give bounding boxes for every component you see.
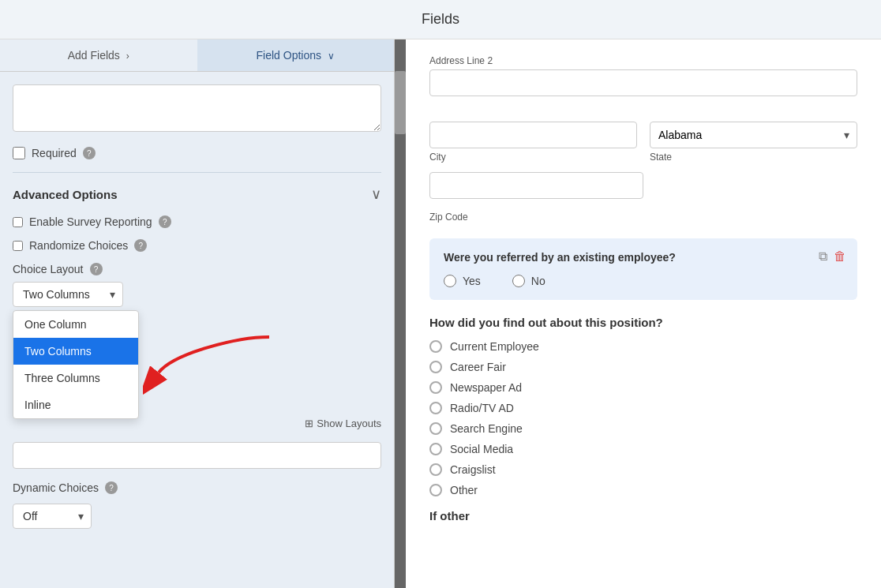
choice-layout-row: Choice Layout ? <box>13 263 381 275</box>
copy-icon[interactable]: ⧉ <box>819 249 827 264</box>
city-group: City <box>429 122 637 163</box>
address-line2-section: Address Line 2 <box>429 55 857 106</box>
enable-survey-help-icon[interactable]: ? <box>159 215 171 228</box>
required-checkbox[interactable] <box>13 147 25 159</box>
no-option[interactable]: No <box>512 275 545 287</box>
option-label-career-fair: Career Fair <box>450 361 506 373</box>
dynamic-choices-row: Dynamic Choices ? <box>13 481 381 494</box>
zip-group: Zip Code <box>429 172 643 223</box>
show-layouts-button[interactable]: ⊞ Show Layouts <box>305 418 381 429</box>
choice-layout-dropdown-menu: One Column Two Columns Three Columns Inl… <box>13 310 139 419</box>
option-label-newspaper-ad: Newspaper Ad <box>450 381 522 394</box>
choice-layout-dropdown[interactable]: Two Columns ▾ <box>13 282 123 307</box>
required-label: Required <box>32 147 77 159</box>
option-label-search-engine: Search Engine <box>450 422 523 435</box>
dynamic-choices-label: Dynamic Choices <box>13 481 99 494</box>
option-radio-career-fair[interactable] <box>429 361 442 373</box>
right-panel: Address Line 2 City Alabama Alaska Arizo… <box>406 39 881 588</box>
section-divider <box>13 172 381 173</box>
yes-no-radio-row: Yes No <box>444 275 843 287</box>
dynamic-choices-chevron-icon: ▾ <box>78 510 84 522</box>
city-label: City <box>429 152 637 163</box>
no-radio[interactable] <box>512 275 525 287</box>
advanced-options-chevron[interactable]: ∨ <box>371 185 381 203</box>
yes-option[interactable]: Yes <box>444 275 481 287</box>
state-select-wrapper: Alabama Alaska Arizona ▾ <box>650 122 857 148</box>
choices-text-input[interactable] <box>13 442 381 469</box>
option-radio-current-employee[interactable] <box>429 340 442 353</box>
enable-survey-row: Enable Survey Reporting ? <box>13 215 381 228</box>
state-group: Alabama Alaska Arizona ▾ State <box>650 122 857 163</box>
choice-layout-dropdown-container: Two Columns ▾ One Column Two Columns Thr… <box>13 282 381 307</box>
referred-question-text: Were you referred by an existing employe… <box>444 251 843 264</box>
list-item: Search Engine <box>429 422 857 435</box>
option-radio-search-engine[interactable] <box>429 422 442 435</box>
dropdown-option-inline[interactable]: Inline <box>13 391 138 418</box>
option-label-other: Other <box>450 484 478 496</box>
left-panel-content: Required ? Advanced Options ∨ Enable Sur… <box>0 72 394 588</box>
randomize-checkbox[interactable] <box>13 241 23 251</box>
list-item: Craigslist <box>429 463 857 476</box>
list-item: Newspaper Ad <box>429 381 857 394</box>
yes-label: Yes <box>463 275 481 287</box>
address-line2-label: Address Line 2 <box>429 55 857 66</box>
list-item: Career Fair <box>429 361 857 373</box>
tabs-row: Add Fields › Field Options ∨ <box>0 39 394 72</box>
scroll-thumb[interactable] <box>395 71 406 134</box>
option-label-craigslist: Craigslist <box>450 463 496 476</box>
option-radio-craigslist[interactable] <box>429 463 442 476</box>
dropdown-option-one-column[interactable]: One Column <box>13 311 138 338</box>
list-item: Radio/TV AD <box>429 402 857 414</box>
dropdown-chevron-icon: ▾ <box>110 288 115 301</box>
choice-layout-dropdown-wrapper: Two Columns ▾ <box>13 282 123 307</box>
delete-icon[interactable]: 🗑 <box>834 249 846 264</box>
show-layouts-icon: ⊞ <box>305 418 313 429</box>
show-layouts-row: ⊞ Show Layouts <box>13 418 381 429</box>
option-label-social-media: Social Media <box>450 443 513 455</box>
tab-field-options[interactable]: Field Options ∨ <box>197 39 395 71</box>
dynamic-choices-value: Off <box>23 510 37 522</box>
referred-section: Were you referred by an existing employe… <box>429 238 857 300</box>
state-select[interactable]: Alabama Alaska Arizona <box>650 122 857 148</box>
list-item: Current Employee <box>429 340 857 353</box>
dropdown-option-two-columns[interactable]: Two Columns <box>13 338 138 365</box>
zip-input[interactable] <box>429 172 643 199</box>
dropdown-option-three-columns[interactable]: Three Columns <box>13 365 138 391</box>
find-position-section: How did you find out about this position… <box>429 316 857 496</box>
dynamic-choices-select[interactable]: Off ▾ <box>13 504 92 529</box>
required-row: Required ? <box>13 147 381 159</box>
show-layouts-label: Show Layouts <box>317 418 381 429</box>
page-title: Fields <box>0 0 881 39</box>
description-textarea[interactable] <box>13 84 381 132</box>
option-radio-social-media[interactable] <box>429 443 442 455</box>
choice-layout-label: Choice Layout <box>13 263 84 275</box>
dynamic-choices-dropdown: Off ▾ <box>13 504 92 529</box>
option-label-current-employee: Current Employee <box>450 340 539 353</box>
city-input[interactable] <box>429 122 637 148</box>
yes-radio[interactable] <box>444 275 456 287</box>
find-position-title: How did you find out about this position… <box>429 316 857 329</box>
list-item: Other <box>429 484 857 496</box>
advanced-options-title: Advanced Options <box>13 188 118 201</box>
add-fields-arrow: › <box>126 51 129 62</box>
dynamic-choices-help-icon[interactable]: ? <box>105 481 118 494</box>
scrollbar-divider <box>395 39 406 588</box>
randomize-label: Randomize Choices <box>29 239 128 252</box>
no-label: No <box>531 275 545 287</box>
randomize-help-icon[interactable]: ? <box>134 239 147 252</box>
randomize-row: Randomize Choices ? <box>13 239 381 252</box>
if-other-label: If other <box>429 509 857 522</box>
advanced-options-header: Advanced Options ∨ <box>13 185 381 203</box>
enable-survey-checkbox[interactable] <box>13 217 23 227</box>
option-radio-radio-tv-ad[interactable] <box>429 402 442 414</box>
option-radio-other[interactable] <box>429 484 442 496</box>
choice-layout-help-icon[interactable]: ? <box>90 263 103 275</box>
referred-icons: ⧉ 🗑 <box>819 249 846 264</box>
state-label: State <box>650 152 857 163</box>
address-line2-input[interactable] <box>429 69 857 96</box>
dropdown-selected-value: Two Columns <box>23 288 90 301</box>
required-help-icon[interactable]: ? <box>83 147 96 159</box>
option-radio-newspaper-ad[interactable] <box>429 381 442 394</box>
list-item: Social Media <box>429 443 857 455</box>
tab-add-fields[interactable]: Add Fields › <box>0 39 197 71</box>
